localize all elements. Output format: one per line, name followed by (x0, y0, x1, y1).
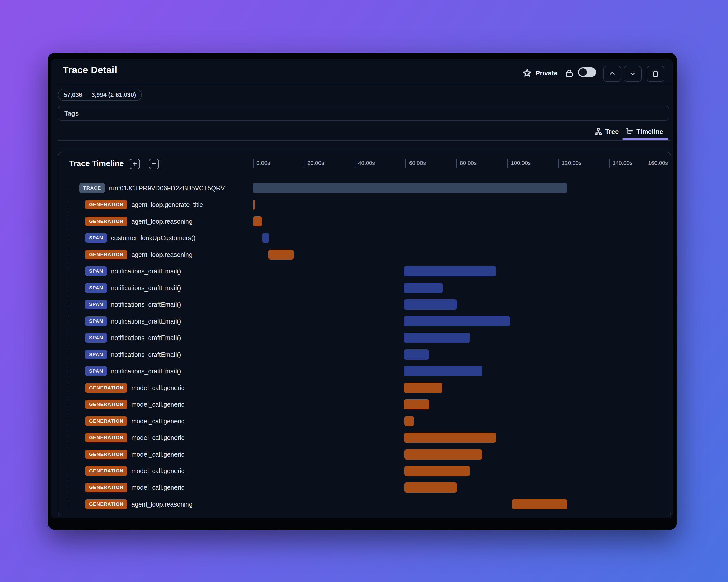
timeline-bar[interactable] (253, 199, 255, 210)
span-badge: SPAN (85, 266, 107, 276)
lock-icon-wrap (565, 59, 574, 87)
navigate-up-button[interactable] (603, 66, 621, 82)
trash-icon (651, 70, 659, 78)
observation-label: notifications_draftEmail() (111, 301, 181, 308)
generation-badge: GENERATION (85, 416, 127, 426)
timeline-row[interactable]: GENERATIONagent_loop.generate_title (85, 199, 203, 210)
axis-tick (609, 159, 610, 168)
timeline-bar[interactable] (404, 283, 443, 293)
timeline-row[interactable]: SPANnotifications_draftEmail() (85, 366, 181, 376)
tab-timeline-label: Timeline (636, 128, 663, 136)
timeline-bar[interactable] (404, 399, 430, 410)
delete-trace-button[interactable] (647, 66, 665, 82)
section-divider (58, 149, 670, 149)
timeline-bar[interactable] (404, 383, 442, 393)
observation-label: agent_loop.generate_title (131, 201, 203, 209)
span-badge: SPAN (85, 233, 107, 243)
timeline-icon (625, 127, 634, 136)
axis-tick-label: 140.00s (613, 159, 632, 168)
axis-tick-label: 100.00s (511, 159, 530, 168)
timeline-bar[interactable] (405, 482, 457, 493)
axis-tick (355, 159, 355, 168)
timeline-row[interactable]: GENERATIONmodel_call.generic (85, 416, 184, 426)
timeline-row[interactable]: GENERATIONmodel_call.generic (85, 466, 184, 476)
timeline-bar[interactable] (268, 250, 293, 260)
timeline-row[interactable]: −TRACErun:01JCTPR9VD06FD2ZBB5VCT5QRV (67, 183, 225, 193)
axis-tick-label: 60.00s (409, 159, 426, 168)
axis-tick-label: 0.00s (256, 159, 270, 168)
trace-detail-view: Trace Detail Private 57, (51, 59, 673, 519)
span-badge: SPAN (85, 333, 107, 342)
timeline-row[interactable]: GENERATIONmodel_call.generic (85, 449, 184, 460)
observation-label: model_call.generic (131, 451, 184, 458)
timeline-row[interactable]: SPANnotifications_draftEmail() (85, 333, 181, 343)
axis-tick (507, 159, 508, 168)
bookmark-star-button[interactable] (522, 59, 532, 87)
timeline-row[interactable]: GENERATIONmodel_call.generic (85, 383, 184, 393)
generation-badge: GENERATION (85, 433, 127, 442)
axis-tick (558, 159, 559, 168)
span-badge: SPAN (85, 283, 107, 293)
timeline-bar[interactable] (404, 350, 429, 360)
tab-timeline[interactable]: Timeline (625, 126, 663, 138)
timeline-bar[interactable] (404, 366, 482, 376)
timeline-row[interactable]: GENERATIONmodel_call.generic (85, 399, 184, 410)
collapse-minus-icon[interactable]: − (67, 184, 75, 192)
generation-badge: GENERATION (85, 217, 127, 226)
timeline-bar[interactable] (404, 316, 510, 326)
privacy-toggle[interactable] (578, 67, 596, 77)
timeline-row[interactable]: GENERATIONmodel_call.generic (85, 482, 184, 493)
span-badge: SPAN (85, 350, 107, 359)
generation-badge: GENERATION (85, 466, 127, 476)
tags-field[interactable]: Tags (58, 106, 669, 121)
tab-tree[interactable]: Tree (594, 126, 619, 138)
timeline-bar[interactable] (404, 333, 470, 343)
timeline-bar[interactable] (405, 449, 482, 460)
star-icon (522, 68, 532, 78)
timeline-bar[interactable] (405, 466, 470, 476)
timeline-bar[interactable] (253, 183, 567, 193)
collapse-all-icon: − (152, 160, 156, 167)
observation-label: notifications_draftEmail() (111, 318, 181, 325)
tags-label: Tags (64, 110, 79, 117)
timeline-bar[interactable] (404, 433, 496, 443)
timeline-row[interactable]: GENERATIONagent_loop.reasoning (85, 250, 192, 260)
desktop-background: { "header": { "title": "Trace Detail", "… (0, 0, 728, 582)
timeline-bar[interactable] (404, 266, 496, 276)
timeline-row[interactable]: SPANnotifications_draftEmail() (85, 299, 181, 309)
timeline-bar[interactable] (405, 416, 414, 426)
page-title: Trace Detail (63, 65, 117, 76)
tabs-divider (58, 140, 670, 141)
axis-tick-label: 40.00s (358, 159, 375, 168)
axis-tick-label: 20.00s (307, 159, 324, 168)
timeline-row[interactable]: SPANnotifications_draftEmail() (85, 283, 181, 293)
expand-all-button[interactable]: + (130, 159, 140, 169)
axis-tick (456, 159, 457, 168)
timeline-bar[interactable] (404, 299, 457, 309)
app-window: Trace Detail Private 57, (48, 53, 677, 530)
timeline-bar[interactable] (512, 499, 567, 509)
active-tab-indicator (622, 138, 668, 140)
generation-badge: GENERATION (85, 250, 127, 259)
observation-label: notifications_draftEmail() (111, 268, 181, 275)
timeline-bar[interactable] (262, 233, 269, 243)
timeline-row[interactable]: SPANnotifications_draftEmail() (85, 350, 181, 360)
chevron-down-icon (629, 70, 636, 78)
timeline-row[interactable]: GENERATIONagent_loop.reasoning (85, 216, 192, 226)
timeline-row[interactable]: SPANnotifications_draftEmail() (85, 266, 181, 276)
axis-tick-label: 120.00s (562, 159, 581, 168)
timeline-row[interactable]: SPANcustomer_lookUpCustomers() (85, 233, 196, 243)
timeline-row[interactable]: GENERATIONmodel_call.generic (85, 433, 184, 443)
navigate-down-button[interactable] (624, 66, 642, 82)
timeline-row[interactable]: GENERATIONagent_loop.reasoning (85, 499, 192, 509)
timeline-bar[interactable] (253, 216, 262, 226)
timeline-row[interactable]: SPANnotifications_draftEmail() (85, 316, 181, 326)
span-badge: SPAN (85, 300, 107, 309)
observation-label: agent_loop.reasoning (131, 251, 192, 258)
generation-badge: GENERATION (85, 200, 127, 210)
token-usage-badge: 57,036 → 3,994 (Σ 61,030) (58, 89, 142, 101)
observation-label: model_call.generic (131, 384, 184, 392)
toggle-knob (579, 68, 587, 76)
axis-tick-label: 80.00s (460, 159, 477, 168)
collapse-all-button[interactable]: − (149, 159, 159, 169)
